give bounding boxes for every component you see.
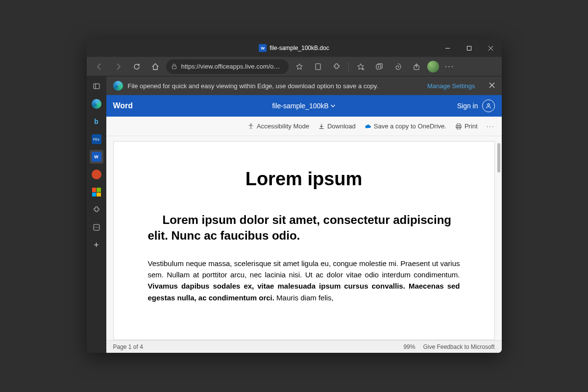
document-title: Lorem ipsum [148,169,460,190]
profile-avatar[interactable] [427,61,439,73]
document-name-dropdown[interactable]: file-sample_100kB [272,102,335,110]
fex-icon: FEx [92,134,101,144]
address-bar[interactable]: https://view.officeapps.live.com/o… [166,59,289,74]
favorite-button[interactable] [292,59,307,74]
svg-rect-4 [172,66,176,69]
word-brand: Word [113,101,133,110]
action-bar: Accessibility Mode Download Save a copy … [106,117,502,136]
microsoft-icon [92,188,101,196]
menu-button[interactable]: ··· [442,59,458,74]
forward-button[interactable] [110,59,126,74]
signin-avatar-icon[interactable] [482,99,495,112]
info-bar: File opened for quick and easy viewing w… [106,76,502,95]
scrollbar-thumb[interactable] [497,143,500,172]
svg-point-16 [96,227,97,228]
home-button[interactable] [147,59,163,74]
download-button[interactable]: Download [318,122,356,130]
svg-rect-5 [316,64,320,70]
puzzle-icon [93,206,100,214]
sidebar-tab-bing[interactable]: b [90,115,103,128]
browser-toolbar: https://view.officeapps.live.com/o… ··· [87,57,502,76]
document-viewer: File opened for quick and easy viewing w… [106,76,502,353]
svg-point-21 [250,123,252,125]
share-button[interactable] [409,59,424,74]
lock-icon [171,63,177,70]
svg-point-20 [487,104,489,106]
plus-icon: + [94,240,99,250]
print-icon [455,123,462,130]
save-onedrive-button[interactable]: Save a copy to OneDrive. [365,122,446,130]
office-app-icon[interactable] [310,59,326,74]
powerpoint-icon [92,170,101,179]
svg-point-15 [95,227,96,228]
page-indicator[interactable]: Page 1 of 4 [113,343,143,350]
onedrive-icon [365,123,371,130]
accessibility-icon [247,123,254,130]
document-subtitle: Lorem ipsum dolor sit amet, consectetur … [148,212,460,244]
manage-settings-link[interactable]: Manage Settings [427,82,475,90]
maximize-button[interactable] [459,39,480,57]
minimize-button[interactable] [437,39,459,57]
close-window-button[interactable] [480,39,502,57]
svg-point-17 [98,227,98,228]
edge-icon [92,99,101,109]
refresh-button[interactable] [129,59,145,74]
window-title: file-sample_100kB.doc [270,45,329,51]
edge-logo-icon [113,81,123,91]
svg-rect-1 [467,46,471,50]
document-body: Vestibulum neque massa, scelerisque sit … [148,258,460,303]
info-bar-close-button[interactable] [489,82,495,90]
url-text: https://view.officeapps.live.com/o… [181,63,284,70]
download-icon [318,123,325,130]
svg-rect-12 [94,84,99,89]
browser-essentials-button[interactable] [390,59,406,74]
word-header: Word file-sample_100kB Sign in [106,95,502,117]
more-actions-button[interactable]: ··· [487,122,495,130]
sidebar-tab-more[interactable] [90,220,103,234]
zoom-level[interactable]: 99% [403,343,415,350]
signin-link[interactable]: Sign in [457,102,478,110]
favorites-list-button[interactable] [353,59,368,74]
sidebar-tab-microsoft[interactable] [90,185,103,199]
document-area: Lorem ipsum Lorem ipsum dolor sit amet, … [106,136,502,340]
sidebar-tab-word[interactable]: W [90,150,103,164]
sidebar-tab-fex[interactable]: FEx [90,132,103,146]
browser-window: W file-sample_100kB.doc [87,39,502,353]
bing-icon: b [94,118,98,125]
word-file-icon: W [259,44,267,52]
sidebar-tab-extension[interactable] [90,203,103,217]
sidebar-tab-powerpoint[interactable] [90,168,103,181]
more-square-icon [93,223,100,231]
accessibility-mode-button[interactable]: Accessibility Mode [247,122,309,130]
extensions-button[interactable] [329,59,344,74]
back-button[interactable] [92,59,107,74]
word-icon: W [92,152,101,162]
document-page: Lorem ipsum Lorem ipsum dolor sit amet, … [113,141,495,340]
feedback-link[interactable]: Give Feedback to Microsoft [423,343,494,350]
new-tab-button[interactable]: + [90,238,103,252]
vertical-tabs-sidebar: b FEx W + [87,76,106,353]
chevron-down-icon [331,103,336,108]
status-bar: Page 1 of 4 99% Give Feedback to Microso… [106,340,502,353]
svg-rect-22 [457,123,460,125]
sidebar-tab-edge[interactable] [90,97,103,111]
print-button[interactable]: Print [455,122,478,130]
window-titlebar: W file-sample_100kB.doc [87,39,502,57]
info-bar-message: File opened for quick and easy viewing w… [128,82,378,90]
tab-actions-button[interactable] [90,79,103,93]
toolbar-divider [348,62,349,71]
collections-button[interactable] [371,59,387,74]
